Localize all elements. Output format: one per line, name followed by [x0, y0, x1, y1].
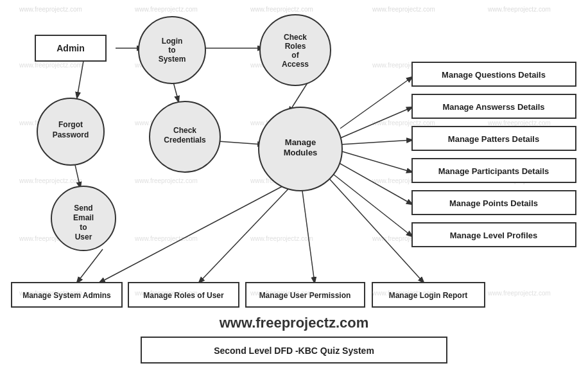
- svg-line-41: [327, 177, 424, 283]
- svg-text:Second Level DFD -KBC Quiz Sys: Second Level DFD -KBC Quiz System: [214, 346, 374, 356]
- svg-text:www.freeprojectz.com: www.freeprojectz.com: [19, 177, 82, 184]
- svg-text:Email: Email: [73, 213, 94, 222]
- svg-text:to: to: [168, 46, 175, 55]
- svg-text:Login: Login: [162, 37, 183, 46]
- svg-text:Manage Points Details: Manage Points Details: [449, 198, 538, 208]
- dfd-diagram: www.freeprojectz.com www.freeprojectz.co…: [0, 0, 588, 377]
- svg-text:www.freeprojectz.com: www.freeprojectz.com: [487, 119, 551, 127]
- svg-text:Check: Check: [284, 33, 307, 42]
- svg-line-34: [340, 140, 412, 145]
- svg-text:Modules: Modules: [284, 148, 318, 157]
- svg-text:Forgot: Forgot: [58, 120, 83, 129]
- svg-text:System: System: [159, 55, 186, 64]
- svg-line-28: [173, 82, 178, 101]
- svg-line-35: [340, 151, 412, 172]
- svg-text:www.freeprojectz.com: www.freeprojectz.com: [19, 290, 82, 297]
- svg-line-40: [302, 186, 315, 283]
- svg-text:www.freeprojectz.com: www.freeprojectz.com: [219, 315, 369, 331]
- diagram-container: www.freeprojectz.com www.freeprojectz.co…: [0, 0, 588, 377]
- svg-text:www.freeprojectz.com: www.freeprojectz.com: [487, 290, 551, 297]
- svg-text:Access: Access: [282, 60, 309, 69]
- svg-text:www.freeprojectz.com: www.freeprojectz.com: [134, 6, 198, 13]
- svg-text:www.freeprojectz.com: www.freeprojectz.com: [134, 177, 198, 184]
- svg-text:Manage Level Profiles: Manage Level Profiles: [450, 231, 538, 240]
- svg-text:www.freeprojectz.com: www.freeprojectz.com: [372, 290, 435, 297]
- svg-text:Manage Patters Details: Manage Patters Details: [448, 134, 539, 144]
- svg-line-42: [77, 249, 103, 283]
- svg-text:of: of: [291, 51, 299, 60]
- svg-line-39: [199, 185, 292, 283]
- svg-text:Manage Answerss Details: Manage Answerss Details: [442, 102, 544, 112]
- svg-text:Roles: Roles: [285, 42, 306, 51]
- svg-text:www.freeprojectz.com: www.freeprojectz.com: [250, 235, 313, 242]
- svg-text:Credentials: Credentials: [164, 136, 206, 145]
- svg-text:Manage: Manage: [285, 137, 316, 147]
- svg-text:www.freeprojectz.com: www.freeprojectz.com: [19, 62, 82, 69]
- svg-text:www.freeprojectz.com: www.freeprojectz.com: [372, 6, 435, 13]
- svg-text:www.freeprojectz.com: www.freeprojectz.com: [250, 290, 313, 297]
- svg-text:www.freeprojectz.com: www.freeprojectz.com: [19, 6, 82, 13]
- svg-text:Send: Send: [74, 204, 92, 213]
- svg-text:www.freeprojectz.com: www.freeprojectz.com: [134, 290, 198, 297]
- svg-text:www.freeprojectz.com: www.freeprojectz.com: [487, 6, 551, 13]
- svg-line-38: [99, 186, 282, 283]
- svg-text:User: User: [75, 232, 92, 241]
- svg-text:Manage Questions Details: Manage Questions Details: [442, 70, 546, 80]
- svg-text:Password: Password: [53, 130, 89, 139]
- svg-line-30: [218, 141, 263, 145]
- svg-text:to: to: [80, 223, 87, 232]
- svg-text:Check: Check: [173, 126, 196, 135]
- svg-text:Manage Participants Details: Manage Participants Details: [438, 166, 549, 176]
- svg-text:www.freeprojectz.com: www.freeprojectz.com: [250, 6, 313, 13]
- svg-text:Admin: Admin: [56, 43, 85, 53]
